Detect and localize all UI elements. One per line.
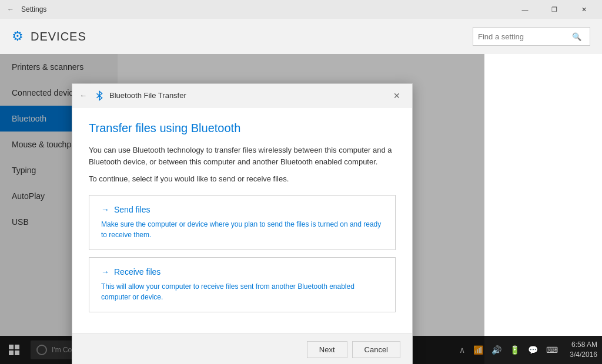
dialog-back-button[interactable]: ←: [79, 91, 87, 100]
main-content: ← Bluetooth File Transfer ✕ Transfer fil…: [118, 54, 602, 336]
dialog-heading: Transfer files using Bluetooth: [89, 122, 396, 135]
settings-content: Printers & scanners Connected devices Bl…: [0, 54, 602, 336]
settings-window: ⚙ DEVICES 🔍 Printers & scanners Connecte…: [0, 19, 602, 336]
receive-files-option[interactable]: → Receive files This will allow your com…: [89, 257, 396, 312]
search-icon: 🔍: [572, 32, 581, 41]
taskbar-time-display: 6:58 AM: [570, 340, 597, 350]
bluetooth-icon: [94, 90, 105, 101]
volume-icon[interactable]: 🔊: [489, 345, 504, 355]
bluetooth-file-transfer-dialog: ← Bluetooth File Transfer ✕ Transfer fil…: [72, 83, 413, 364]
taskbar-date-display: 3/4/2016: [570, 350, 597, 360]
titlebar-back-button[interactable]: ←: [5, 4, 16, 15]
taskbar-clock[interactable]: 6:58 AM 3/4/2016: [565, 340, 602, 360]
close-button[interactable]: ✕: [570, 0, 597, 19]
devices-icon: ⚙: [12, 29, 24, 44]
receive-files-description: This will allow your computer to receive…: [101, 281, 383, 302]
dialog-description1: You can use Bluetooth technology to tran…: [89, 144, 396, 167]
dialog-close-button[interactable]: ✕: [389, 87, 405, 104]
dialog-title-text: Bluetooth File Transfer: [109, 91, 186, 100]
notification-icon[interactable]: 💬: [526, 345, 540, 355]
keyboard-icon[interactable]: ⌨: [544, 345, 560, 355]
minimize-button[interactable]: —: [511, 0, 539, 19]
titlebar-controls: — ❐ ✕: [511, 0, 597, 19]
send-files-label: Send files: [114, 205, 150, 214]
next-button[interactable]: Next: [307, 341, 347, 358]
search-box[interactable]: 🔍: [473, 27, 590, 46]
dialog-body: Transfer files using Bluetooth You can u…: [72, 107, 412, 333]
receive-files-label: Receive files: [114, 267, 160, 277]
title-bar: ← Settings — ❐ ✕: [0, 0, 602, 19]
dialog-footer: Next Cancel: [72, 333, 412, 364]
send-files-option[interactable]: → Send files Make sure the computer or d…: [89, 195, 396, 250]
dialog-description2: To continue, select if you would like to…: [89, 174, 396, 183]
send-arrow-icon: →: [101, 205, 109, 214]
receive-arrow-icon: →: [101, 267, 109, 277]
settings-header-title: DEVICES: [31, 30, 86, 43]
settings-header: ⚙ DEVICES 🔍: [0, 19, 602, 54]
search-input[interactable]: [478, 32, 572, 41]
titlebar-title: Settings: [21, 5, 46, 14]
send-files-description: Make sure the computer or device where y…: [101, 219, 383, 240]
dialog-titlebar: ← Bluetooth File Transfer ✕: [72, 84, 412, 107]
send-files-title: → Send files: [101, 205, 383, 214]
modal-overlay: ← Bluetooth File Transfer ✕ Transfer fil…: [0, 54, 484, 364]
receive-files-title: → Receive files: [101, 267, 383, 277]
maximize-button[interactable]: ❐: [541, 0, 568, 19]
battery-icon[interactable]: 🔋: [507, 345, 522, 355]
cancel-button[interactable]: Cancel: [352, 341, 400, 358]
